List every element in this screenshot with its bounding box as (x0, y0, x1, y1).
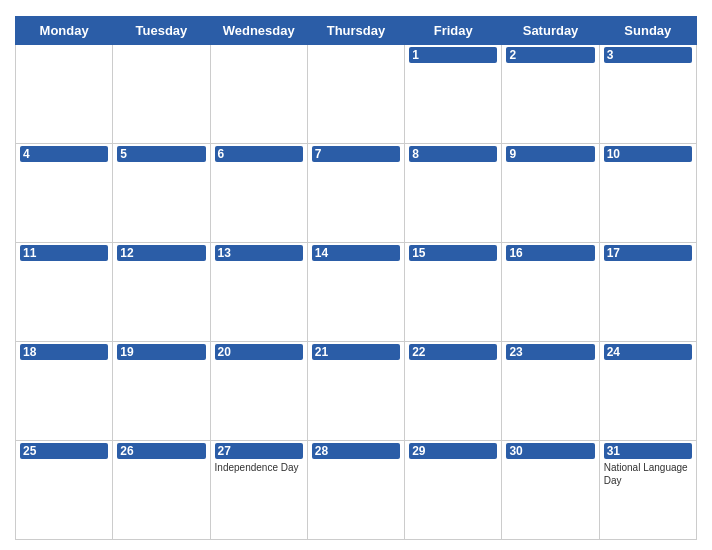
calendar-cell: 2 (502, 45, 599, 144)
calendar-cell: 5 (113, 144, 210, 243)
date-number: 26 (117, 443, 205, 459)
calendar-cell: 16 (502, 243, 599, 342)
calendar-cell: 13 (210, 243, 307, 342)
calendar-cell: 3 (599, 45, 696, 144)
calendar-week-row: 252627Independence Day28293031National L… (16, 441, 697, 540)
calendar-cell (307, 45, 404, 144)
date-number: 5 (117, 146, 205, 162)
date-number: 7 (312, 146, 400, 162)
calendar-cell (210, 45, 307, 144)
date-number: 22 (409, 344, 497, 360)
date-number: 29 (409, 443, 497, 459)
calendar-cell: 24 (599, 342, 696, 441)
calendar-cell: 11 (16, 243, 113, 342)
calendar-cell (113, 45, 210, 144)
calendar-cell: 30 (502, 441, 599, 540)
date-number: 6 (215, 146, 303, 162)
calendar-week-row: 18192021222324 (16, 342, 697, 441)
weekday-header: Wednesday (210, 17, 307, 45)
calendar-cell: 6 (210, 144, 307, 243)
event-label: National Language Day (604, 461, 692, 487)
calendar-cell: 8 (405, 144, 502, 243)
date-number: 25 (20, 443, 108, 459)
calendar-cell: 4 (16, 144, 113, 243)
date-number: 17 (604, 245, 692, 261)
calendar-cell: 29 (405, 441, 502, 540)
date-number: 11 (20, 245, 108, 261)
date-number: 13 (215, 245, 303, 261)
date-number: 19 (117, 344, 205, 360)
weekday-header: Monday (16, 17, 113, 45)
calendar-cell: 17 (599, 243, 696, 342)
calendar-cell: 25 (16, 441, 113, 540)
date-number: 12 (117, 245, 205, 261)
date-number: 21 (312, 344, 400, 360)
date-number: 31 (604, 443, 692, 459)
date-number: 1 (409, 47, 497, 63)
date-number: 10 (604, 146, 692, 162)
calendar-cell: 23 (502, 342, 599, 441)
calendar-table: MondayTuesdayWednesdayThursdayFridaySatu… (15, 16, 697, 540)
date-number: 16 (506, 245, 594, 261)
calendar-cell: 18 (16, 342, 113, 441)
calendar-cell: 28 (307, 441, 404, 540)
calendar-week-row: 45678910 (16, 144, 697, 243)
weekday-header: Tuesday (113, 17, 210, 45)
calendar-cell: 15 (405, 243, 502, 342)
date-number: 20 (215, 344, 303, 360)
date-number: 28 (312, 443, 400, 459)
date-number: 2 (506, 47, 594, 63)
calendar-week-row: 123 (16, 45, 697, 144)
date-number: 30 (506, 443, 594, 459)
date-number: 24 (604, 344, 692, 360)
calendar-cell: 1 (405, 45, 502, 144)
calendar-cell: 10 (599, 144, 696, 243)
weekday-header: Saturday (502, 17, 599, 45)
calendar-cell: 31National Language Day (599, 441, 696, 540)
calendar-cell: 9 (502, 144, 599, 243)
weekday-header-row: MondayTuesdayWednesdayThursdayFridaySatu… (16, 17, 697, 45)
weekday-header: Thursday (307, 17, 404, 45)
date-number: 18 (20, 344, 108, 360)
calendar-cell: 21 (307, 342, 404, 441)
calendar-cell: 22 (405, 342, 502, 441)
calendar-cell: 7 (307, 144, 404, 243)
calendar-cell: 12 (113, 243, 210, 342)
date-number: 8 (409, 146, 497, 162)
calendar-cell (16, 45, 113, 144)
weekday-header: Friday (405, 17, 502, 45)
date-number: 3 (604, 47, 692, 63)
calendar-cell: 26 (113, 441, 210, 540)
event-label: Independence Day (215, 461, 303, 474)
date-number: 9 (506, 146, 594, 162)
calendar-cell: 20 (210, 342, 307, 441)
date-number: 15 (409, 245, 497, 261)
calendar-cell: 27Independence Day (210, 441, 307, 540)
date-number: 14 (312, 245, 400, 261)
calendar-week-row: 11121314151617 (16, 243, 697, 342)
weekday-header: Sunday (599, 17, 696, 45)
calendar-cell: 19 (113, 342, 210, 441)
date-number: 4 (20, 146, 108, 162)
calendar-cell: 14 (307, 243, 404, 342)
date-number: 27 (215, 443, 303, 459)
date-number: 23 (506, 344, 594, 360)
